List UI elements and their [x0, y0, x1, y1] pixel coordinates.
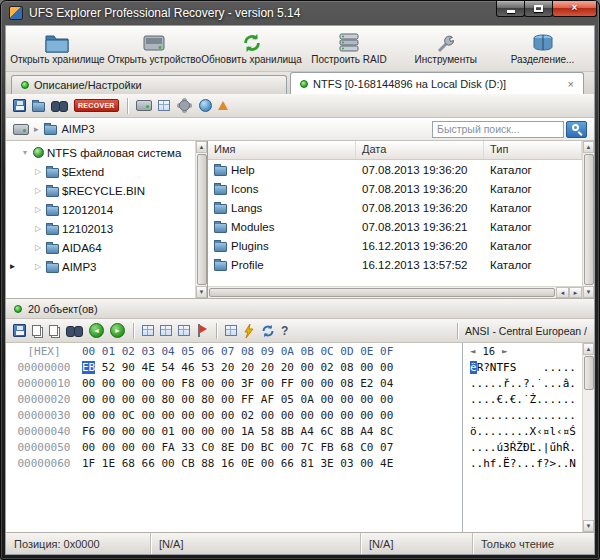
data-view-icon[interactable] — [178, 325, 190, 336]
tree-item[interactable]: ▷ 12012014 — [6, 200, 195, 219]
export-up-icon[interactable] — [218, 101, 228, 110]
list-hscrollbar[interactable]: ◄ ► — [208, 286, 582, 298]
open-icon[interactable] — [32, 102, 45, 112]
hex-bytes-rest[interactable]: 52 90 4E 54 46 53 20 20 20 20 00 02 08 0… — [95, 361, 393, 374]
paste-icon[interactable] — [49, 325, 58, 336]
ascii-row[interactable]: ö........X‹¤l‹¤Ś — [463, 423, 582, 439]
tab-close-icon[interactable]: × — [568, 79, 574, 89]
sync-icon[interactable] — [261, 324, 275, 338]
file-row[interactable]: Icons 07.08.2013 19:36:20 Каталог — [208, 179, 582, 198]
tree-item[interactable]: ▷ $Extend — [6, 162, 195, 181]
lightning-icon[interactable] — [243, 324, 255, 338]
goto-offset-icon[interactable] — [142, 325, 154, 336]
tab-ntfs[interactable]: NTFS [0-168144896 на Local Disk (D:)] × — [290, 72, 584, 94]
maximize-button[interactable] — [524, 1, 553, 17]
scroll-up-icon[interactable]: ▲ — [583, 141, 594, 153]
tree-item[interactable]: ▷ $RECYCLE.BIN — [6, 181, 195, 200]
breadcrumb-folder[interactable]: AIMP3 — [62, 123, 95, 135]
column-date[interactable]: Дата — [356, 141, 484, 159]
search-button[interactable] — [566, 121, 587, 138]
scroll-thumb[interactable] — [209, 288, 555, 297]
tree-item-selected[interactable]: ► ▷ AIMP3 — [6, 257, 195, 276]
select-block-icon[interactable] — [160, 325, 172, 336]
tab-settings[interactable]: Описание/Настройки — [11, 75, 287, 94]
open-device-button[interactable]: Открыть устройство — [106, 28, 203, 69]
file-row[interactable]: Langs 07.08.2013 19:36:20 Каталог — [208, 198, 582, 217]
scan-disk-icon[interactable] — [136, 100, 152, 111]
ascii-row[interactable]: ëR?NTFS ..... — [463, 359, 582, 375]
file-row[interactable]: Profile 16.12.2013 13:57:52 Каталог — [208, 255, 582, 274]
recover-logo[interactable]: RECOVER — [74, 99, 119, 112]
column-name[interactable]: Имя — [208, 141, 356, 159]
help-icon[interactable]: ? — [281, 324, 288, 338]
scroll-up-icon[interactable]: ▲ — [583, 343, 594, 355]
scroll-left-icon[interactable]: ◄ — [556, 287, 569, 298]
decrease-columns-icon[interactable]: ◄ — [470, 346, 475, 356]
bookmark-flag-icon[interactable] — [196, 324, 208, 337]
hex-bytes[interactable]: F6 00 00 00 01 00 00 00 1A 58 8B A4 6C 8… — [82, 425, 393, 438]
column-type[interactable]: Тип — [484, 141, 582, 159]
find-icon[interactable] — [66, 326, 83, 336]
hex-bytes[interactable]: 00 00 0C 00 00 00 00 00 02 00 00 00 00 0… — [82, 409, 393, 422]
increase-columns-icon[interactable]: ► — [502, 346, 507, 356]
scroll-thumb[interactable] — [197, 154, 207, 285]
back-button[interactable]: ◄ — [89, 323, 104, 338]
save-icon[interactable] — [13, 99, 26, 112]
ascii-row[interactable]: .....ř..?.˙...â. — [463, 375, 582, 391]
ascii-text[interactable]: R?NTFS ..... — [477, 361, 576, 374]
hex-bytes[interactable]: EB 52 90 4E 54 46 53 20 20 20 20 00 02 0… — [82, 361, 393, 374]
scroll-right-icon[interactable]: ► — [569, 287, 582, 298]
selected-char[interactable]: ë — [470, 361, 477, 374]
copy-icon[interactable] — [32, 325, 41, 336]
ascii-row[interactable]: ....ú3ŔŽĐĽ.|űhŔ. — [463, 439, 582, 455]
hex-bytes[interactable]: 00 00 00 00 FA 33 C0 8E D0 BC 00 7C FB 6… — [82, 441, 393, 454]
scroll-thumb[interactable] — [584, 356, 594, 390]
scroll-down-icon[interactable]: ▼ — [583, 520, 594, 532]
tree-item[interactable]: ▷ 12102013 — [6, 219, 195, 238]
expander-icon[interactable]: ▷ — [33, 224, 43, 233]
ascii-row[interactable]: ................ — [463, 407, 582, 423]
settings-gears-icon[interactable] — [179, 100, 190, 111]
build-raid-button[interactable]: Построить RAID — [301, 28, 398, 69]
file-row[interactable]: Plugins 16.12.2013 19:36:20 Каталог — [208, 236, 582, 255]
tree-item[interactable]: ▷ AIDA64 — [6, 238, 195, 257]
close-button[interactable]: × — [552, 1, 597, 17]
scroll-thumb[interactable] — [584, 154, 594, 285]
encoding-label[interactable]: ANSI - Central European / — [465, 325, 587, 337]
expander-icon[interactable]: ▷ — [33, 243, 43, 252]
encoding-selector[interactable]: ANSI - Central European / — [455, 323, 587, 339]
expander-icon[interactable]: ▷ — [33, 167, 43, 176]
expander-icon[interactable]: ▾ — [20, 148, 30, 157]
expander-icon[interactable]: ▷ — [33, 186, 43, 195]
file-row[interactable]: Modules 07.08.2013 19:36:21 Каталог — [208, 217, 582, 236]
expander-icon[interactable]: ▷ — [33, 262, 43, 271]
hex-bytes[interactable]: 00 00 00 00 00 F8 00 00 3F 00 FF 00 00 0… — [82, 377, 393, 390]
tools-button[interactable]: Инструменты — [397, 28, 494, 69]
tree-root[interactable]: ▾ NTFS файловая система — [6, 143, 195, 162]
tree-scrollbar[interactable]: ▲ ▼ — [195, 141, 207, 298]
scroll-down-icon[interactable]: ▼ — [196, 286, 207, 298]
selected-byte[interactable]: EB — [82, 361, 95, 374]
save-icon[interactable] — [13, 324, 26, 337]
minimize-button[interactable] — [496, 1, 525, 17]
scroll-down-icon[interactable]: ▼ — [583, 286, 594, 298]
sector-view-icon[interactable] — [158, 100, 170, 111]
file-row[interactable]: Help 07.08.2013 19:36:20 Каталог — [208, 160, 582, 179]
hex-bytes[interactable]: 1F 1E 68 66 00 CB 88 16 0E 00 66 81 3E 0… — [82, 457, 393, 470]
refresh-storages-button[interactable]: Обновить хранилища — [203, 28, 301, 69]
list-scrollbar[interactable]: ▲ ▼ — [582, 141, 594, 298]
open-storage-button[interactable]: Открыть хранилище — [9, 28, 106, 69]
partition-button[interactable]: Разделение... — [494, 28, 591, 69]
volume-icon[interactable] — [13, 124, 29, 135]
table-view-icon[interactable] — [225, 325, 237, 336]
expander-icon[interactable]: ▷ — [33, 205, 43, 214]
forward-button[interactable]: ► — [110, 323, 125, 338]
hex-scrollbar[interactable]: ▲ ▼ — [582, 343, 594, 532]
scroll-up-icon[interactable]: ▲ — [196, 141, 207, 153]
hex-bytes[interactable]: 00 00 00 00 80 00 80 00 FF AF 05 0A 00 0… — [82, 393, 393, 406]
network-icon[interactable] — [199, 99, 212, 112]
search-input[interactable] — [432, 121, 564, 138]
ascii-row[interactable]: ....€.€.˙Ż...... — [463, 391, 582, 407]
search-icon[interactable] — [51, 101, 68, 111]
ascii-row[interactable]: ..hf.Ë?...f?>..N — [463, 455, 582, 471]
